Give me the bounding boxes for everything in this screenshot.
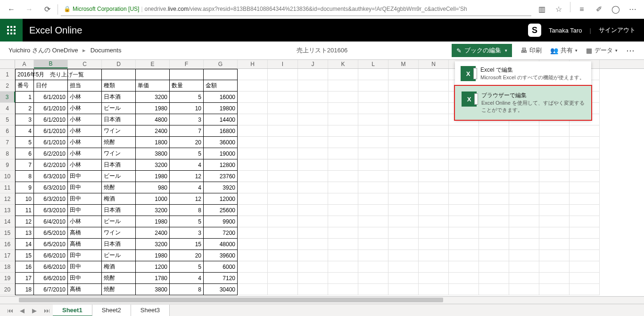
cell[interactable] xyxy=(328,216,358,227)
cell[interactable] xyxy=(449,250,479,261)
cell[interactable] xyxy=(358,216,388,227)
cell[interactable]: 6/6/2010 xyxy=(34,261,68,273)
cell[interactable]: ワイン xyxy=(102,227,136,239)
cell[interactable]: 6/1/2010 xyxy=(34,125,68,137)
row-header[interactable]: 10 xyxy=(0,171,15,182)
cell[interactable] xyxy=(298,91,328,103)
cell[interactable] xyxy=(570,205,600,216)
cell[interactable] xyxy=(419,205,449,216)
cell[interactable]: 小林 xyxy=(68,216,102,227)
cell[interactable] xyxy=(539,239,570,250)
cell[interactable] xyxy=(509,171,539,182)
cell[interactable] xyxy=(268,193,298,205)
sheet-next[interactable]: ▶ xyxy=(28,307,41,314)
cell[interactable]: 12 xyxy=(170,171,204,182)
cell[interactable]: 高橋 xyxy=(68,284,102,295)
row-header[interactable]: 11 xyxy=(0,182,15,193)
cell[interactable] xyxy=(328,227,358,239)
cell[interactable] xyxy=(328,69,358,80)
cell[interactable] xyxy=(268,239,298,250)
cell[interactable] xyxy=(419,273,449,284)
cell[interactable]: 6/3/2010 xyxy=(34,205,68,216)
column-header-A[interactable]: A xyxy=(15,60,34,68)
cell[interactable]: 9 xyxy=(15,182,34,193)
row-header[interactable]: 15 xyxy=(0,227,15,239)
cell[interactable]: 小林 xyxy=(68,159,102,171)
cell[interactable] xyxy=(419,91,449,103)
cell[interactable] xyxy=(298,216,328,227)
cell[interactable] xyxy=(449,148,479,159)
cell[interactable]: 36000 xyxy=(204,137,238,148)
cell[interactable]: 8 xyxy=(170,284,204,295)
cell[interactable]: 焼酎 xyxy=(102,182,136,193)
cell[interactable]: ビール xyxy=(102,250,136,261)
cell[interactable] xyxy=(570,171,600,182)
row-header[interactable]: 14 xyxy=(0,216,15,227)
row-header[interactable]: 6 xyxy=(0,125,15,137)
cell[interactable] xyxy=(388,91,419,103)
cell[interactable] xyxy=(328,250,358,261)
cell[interactable]: 6/6/2010 xyxy=(34,273,68,284)
reading-icon[interactable]: ▥ xyxy=(534,2,549,17)
cell[interactable] xyxy=(419,250,449,261)
cell[interactable] xyxy=(539,193,570,205)
cell[interactable] xyxy=(388,137,419,148)
cell[interactable]: 15 xyxy=(15,250,34,261)
breadcrumb-root[interactable]: Yuichiro さんの OneDrive xyxy=(8,47,78,54)
cell[interactable] xyxy=(479,216,509,227)
sheet-last[interactable]: ⏭ xyxy=(41,307,53,314)
cell[interactable] xyxy=(358,125,388,137)
cell[interactable] xyxy=(328,125,358,137)
cell[interactable]: 小林 xyxy=(68,137,102,148)
cell[interactable]: 12 xyxy=(170,193,204,205)
cell[interactable] xyxy=(479,148,509,159)
column-header-D[interactable]: D xyxy=(102,60,136,68)
cell[interactable] xyxy=(449,137,479,148)
cell[interactable] xyxy=(509,227,539,239)
cell[interactable] xyxy=(449,273,479,284)
cell[interactable] xyxy=(298,205,328,216)
sheet-tab[interactable]: Sheet1 xyxy=(53,305,92,316)
cell[interactable] xyxy=(449,205,479,216)
cell[interactable] xyxy=(388,273,419,284)
cell[interactable]: 6/5/2010 xyxy=(34,227,68,239)
cell[interactable] xyxy=(268,216,298,227)
cell[interactable] xyxy=(358,182,388,193)
cell[interactable] xyxy=(238,114,268,125)
cell[interactable] xyxy=(388,114,419,125)
cell[interactable] xyxy=(388,148,419,159)
data-button[interactable]: ▦データ▾ xyxy=(586,46,618,55)
cell[interactable]: 8 xyxy=(170,205,204,216)
row-header[interactable]: 9 xyxy=(0,159,15,171)
cell[interactable]: ビール xyxy=(102,216,136,227)
cell[interactable]: 梅酒 xyxy=(102,193,136,205)
cell[interactable] xyxy=(539,261,570,273)
cell[interactable]: 17 xyxy=(15,273,34,284)
cell[interactable] xyxy=(570,250,600,261)
row-header[interactable]: 8 xyxy=(0,148,15,159)
cell[interactable] xyxy=(268,125,298,137)
cell[interactable]: 田中 xyxy=(68,182,102,193)
cell[interactable] xyxy=(298,69,328,80)
cell[interactable] xyxy=(479,250,509,261)
column-header-J[interactable]: J xyxy=(298,60,328,68)
cell[interactable] xyxy=(479,284,509,295)
cell[interactable] xyxy=(539,182,570,193)
column-header-L[interactable]: L xyxy=(358,60,388,68)
cell[interactable] xyxy=(328,273,358,284)
skype-icon[interactable]: S xyxy=(528,24,541,37)
cell[interactable] xyxy=(479,182,509,193)
column-header-C[interactable]: C xyxy=(68,60,102,68)
cell[interactable] xyxy=(479,261,509,273)
cell[interactable] xyxy=(509,159,539,171)
sheet-first[interactable]: ⏮ xyxy=(4,307,16,314)
cell[interactable] xyxy=(298,125,328,137)
cell[interactable]: 担当 xyxy=(68,80,102,91)
cell[interactable] xyxy=(298,273,328,284)
cell[interactable]: 日本酒 xyxy=(102,205,136,216)
cell[interactable] xyxy=(358,137,388,148)
forward-button[interactable]: → xyxy=(22,2,37,17)
cell[interactable] xyxy=(570,125,600,137)
cell[interactable]: 田中 xyxy=(68,250,102,261)
cell[interactable] xyxy=(539,171,570,182)
